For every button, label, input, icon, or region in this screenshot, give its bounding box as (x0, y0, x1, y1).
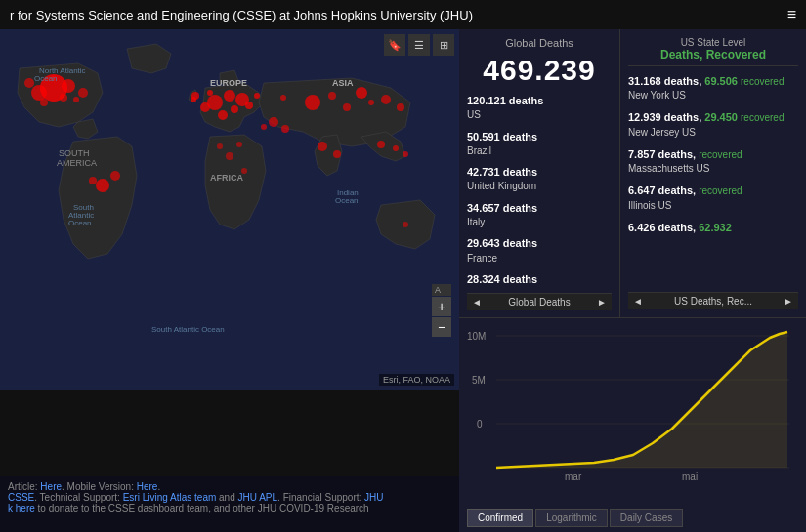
svg-point-27 (397, 103, 404, 111)
us-entry-2: 7.857 deaths, recovered Massachusetts US (628, 147, 798, 176)
us-entry-4: 6.426 deaths, 62.932 (628, 221, 798, 235)
svg-point-14 (62, 79, 75, 93)
death-entry-1: 50.591 deaths Brazil (467, 130, 612, 158)
death-country-2: United Kingdom (467, 181, 536, 191)
bookmark-btn[interactable]: 🔖 (384, 34, 405, 56)
us-state-panel: US State Level Deaths, Recovered 31.168 … (620, 29, 806, 317)
us-entry-0: 31.168 deaths, 69.506 recovered New York… (628, 74, 798, 102)
global-deaths-nav: ◄ Global Deaths ► (467, 293, 612, 310)
chart-area: 10M 5M 0 mar mai Confi (459, 317, 806, 532)
svg-point-40 (261, 124, 267, 130)
svg-point-41 (377, 141, 385, 148)
svg-text:South Atlantic Ocean: South Atlantic Ocean (151, 325, 225, 334)
us-nav-arrow-right[interactable]: ► (784, 296, 793, 307)
svg-point-36 (110, 171, 120, 181)
svg-point-4 (200, 102, 210, 112)
death-count-3: 34.657 deaths (467, 201, 612, 215)
us-state-label-3: recovered (699, 185, 742, 196)
svg-point-26 (368, 100, 374, 105)
left-column: North Atlantic Ocean South Atlantic Ocea… (0, 29, 459, 532)
death-entry-0: 120.121 deaths US (467, 94, 612, 122)
global-deaths-nav-arrow-right[interactable]: ► (597, 297, 607, 307)
map-toolbar: 🔖 ☰ ⊞ (384, 34, 454, 56)
svg-text:Ocean: Ocean (335, 196, 359, 205)
global-deaths-nav-label: Global Deaths (508, 297, 570, 307)
us-state-label-0: recovered (741, 76, 784, 87)
svg-point-37 (89, 177, 97, 184)
tab-logarithmic[interactable]: Logarithmic (535, 509, 608, 527)
death-country-4: France (467, 253, 497, 264)
svg-point-9 (254, 93, 260, 99)
header-bar: r for Systems Science and Engineering (C… (0, 0, 806, 29)
svg-text:AMERICA: AMERICA (57, 158, 97, 168)
global-deaths-nav-arrow-left[interactable]: ◄ (472, 297, 482, 307)
zoom-in-btn[interactable]: + (432, 297, 451, 316)
svg-point-43 (403, 151, 408, 157)
us-state-panel-label: US State Level (628, 37, 798, 48)
death-country-3: Italy (467, 217, 485, 227)
svg-text:mar: mar (565, 471, 582, 482)
svg-text:ASIA: ASIA (332, 78, 354, 88)
us-name-1: New Jersey US (628, 126, 798, 140)
svg-text:AFRICA: AFRICA (210, 173, 243, 183)
us-nav-arrow-left[interactable]: ◄ (633, 296, 643, 307)
svg-point-19 (73, 97, 79, 102)
csse-link[interactable]: CSSE (8, 492, 34, 503)
menu-icon[interactable]: ≡ (787, 6, 796, 23)
stats-top: Global Deaths 469.239 120.121 deaths US … (459, 29, 806, 317)
svg-point-35 (96, 179, 109, 192)
us-deaths-0: 31.168 deaths, (628, 75, 701, 87)
death-country-1: Brazil (467, 145, 491, 156)
svg-point-28 (280, 95, 286, 101)
svg-point-44 (403, 222, 408, 227)
death-entry-5: 28.324 deaths (467, 272, 612, 286)
esri-link[interactable]: Esri Living Atlas team (123, 492, 217, 503)
svg-point-29 (318, 142, 327, 151)
chart-tabs: Confirmed Logarithmic Daily Cases (467, 509, 683, 527)
svg-point-2 (224, 90, 235, 102)
donate-link[interactable]: k here (8, 503, 35, 513)
svg-point-7 (245, 102, 253, 109)
tab-daily-cases[interactable]: Daily Cases (610, 509, 683, 527)
svg-point-6 (218, 110, 228, 120)
esri-attribution: Esri, FAO, NOAA (379, 374, 454, 386)
map-container[interactable]: North Atlantic Ocean South Atlantic Ocea… (0, 29, 459, 390)
jhu-apl-link[interactable]: JHU APL (238, 492, 278, 503)
svg-point-5 (231, 105, 238, 113)
jhu-link[interactable]: JHU (364, 492, 383, 503)
us-name-2: Massachusetts US (628, 162, 798, 176)
us-entry-1: 12.939 deaths, 29.450 recovered New Jers… (628, 110, 798, 139)
svg-text:mai: mai (682, 471, 698, 482)
death-entry-2: 42.731 deaths United Kingdom (467, 165, 612, 193)
tab-confirmed[interactable]: Confirmed (467, 509, 533, 527)
us-rec-4: 62.932 (699, 222, 732, 233)
us-name-0: New York US (628, 89, 798, 102)
zoom-out-btn[interactable]: − (432, 317, 451, 337)
svg-text:5M: 5M (472, 375, 486, 386)
us-entry-3: 6.647 deaths, recovered Illinois US (628, 184, 798, 212)
us-rec-0: 69.506 (704, 75, 738, 87)
list-btn[interactable]: ☰ (408, 34, 430, 56)
svg-point-22 (356, 87, 367, 99)
us-deaths-1: 12.939 deaths, (628, 111, 701, 123)
article-here-link[interactable]: Here (40, 481, 62, 492)
us-deaths-4: 6.426 deaths, (628, 222, 696, 233)
death-count-0: 120.121 deaths (467, 94, 612, 107)
svg-text:SOUTH: SOUTH (59, 148, 90, 158)
svg-point-25 (343, 103, 351, 111)
svg-point-10 (207, 90, 213, 96)
death-count-4: 29.643 deaths (467, 236, 612, 250)
svg-point-11 (191, 97, 196, 102)
grid-btn[interactable]: ⊞ (433, 34, 454, 56)
svg-point-31 (226, 152, 233, 160)
svg-point-39 (281, 125, 289, 133)
svg-point-24 (328, 92, 336, 100)
global-deaths-panel: Global Deaths 469.239 120.121 deaths US … (459, 29, 620, 317)
header-title: r for Systems Science and Engineering (C… (10, 8, 473, 22)
us-deaths-3: 6.647 deaths, (628, 184, 696, 196)
svg-point-23 (381, 95, 391, 104)
svg-text:10M: 10M (467, 331, 486, 342)
mobile-here-link[interactable]: Here (137, 481, 158, 492)
death-count-5: 28.324 deaths (467, 272, 612, 286)
svg-point-15 (78, 88, 88, 98)
